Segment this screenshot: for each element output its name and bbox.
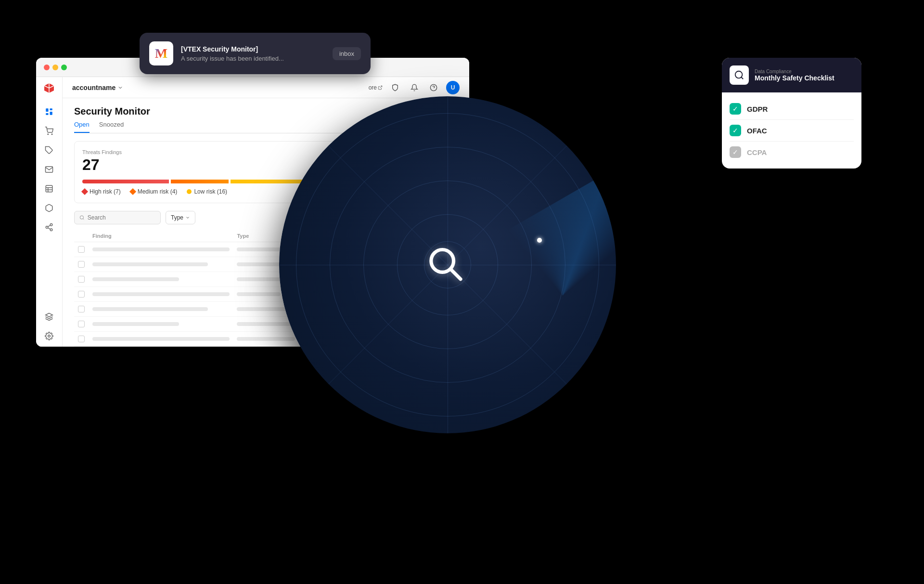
- svg-point-11: [50, 224, 52, 226]
- maximize-dot[interactable]: [61, 65, 67, 70]
- compliance-header: Data Compliance Monthly Safety Checklist: [722, 58, 861, 92]
- help-icon[interactable]: [427, 81, 440, 94]
- svg-rect-2: [46, 113, 48, 115]
- svg-line-14: [48, 228, 50, 229]
- high-risk-bar: [82, 180, 169, 183]
- compliance-item-gdpr: ✓ GDPR: [730, 98, 854, 120]
- search-box[interactable]: [74, 211, 161, 224]
- inbox-badge[interactable]: inbox: [333, 47, 361, 60]
- compliance-item-ofac: ✓ OFAC: [730, 120, 854, 142]
- high-risk-legend: High risk (7): [82, 188, 121, 195]
- row-checkbox[interactable]: [78, 261, 85, 268]
- svg-point-13: [50, 229, 52, 231]
- high-risk-dot: [81, 188, 88, 195]
- high-risk-label: High risk (7): [90, 188, 121, 195]
- sidebar-item-share[interactable]: [40, 219, 58, 236]
- close-dot[interactable]: [44, 65, 50, 70]
- minimize-dot[interactable]: [52, 65, 58, 70]
- svg-line-15: [48, 225, 50, 227]
- top-nav: accountname ore: [63, 77, 469, 98]
- skeleton-finding: [92, 322, 179, 326]
- medium-risk-legend: Medium risk (4): [130, 188, 178, 195]
- skeleton-finding: [92, 307, 208, 311]
- low-risk-dot: [187, 189, 192, 194]
- skeleton-type: [237, 337, 295, 341]
- gmail-icon: M: [149, 41, 173, 65]
- compliance-title-area: Data Compliance Monthly Safety Checklist: [755, 69, 854, 82]
- sidebar: [36, 77, 63, 347]
- row-checkbox[interactable]: [78, 336, 85, 342]
- gmail-logo: M: [155, 46, 167, 61]
- chevron-down-icon: [185, 215, 190, 220]
- vtex-logo: [42, 81, 56, 95]
- radar-blip: [537, 238, 542, 243]
- svg-line-26: [741, 77, 743, 79]
- window-controls: [44, 65, 67, 70]
- compliance-icon: [730, 65, 749, 85]
- svg-rect-0: [46, 108, 48, 112]
- column-finding: Finding: [92, 233, 237, 239]
- sidebar-item-campaigns[interactable]: [40, 161, 58, 178]
- email-title: [VTEX Security Monitor]: [181, 45, 325, 53]
- low-risk-legend: Low risk (16): [187, 188, 227, 195]
- skeleton-finding: [92, 262, 208, 266]
- svg-line-22: [83, 219, 84, 220]
- radar-search-icon: [426, 245, 469, 290]
- svg-rect-1: [50, 108, 52, 110]
- account-name[interactable]: accountname: [72, 84, 123, 91]
- row-checkbox[interactable]: [78, 321, 85, 327]
- svg-rect-7: [46, 185, 52, 192]
- svg-point-21: [80, 216, 83, 219]
- email-notification: M [VTEX Security Monitor] A security iss…: [140, 33, 371, 74]
- radar-container: [279, 96, 616, 433]
- compliance-subtitle: Data Compliance: [755, 69, 854, 74]
- sidebar-item-dashboard[interactable]: [40, 103, 58, 120]
- bell-icon[interactable]: [408, 81, 421, 94]
- sidebar-item-settings[interactable]: [40, 327, 58, 345]
- user-avatar[interactable]: U: [446, 81, 460, 94]
- ofac-checkbox[interactable]: ✓: [730, 125, 741, 136]
- compliance-item-ccpa: ✓ CCPA: [730, 142, 854, 163]
- sidebar-item-box[interactable]: [40, 199, 58, 217]
- tab-snoozed[interactable]: Snoozed: [99, 121, 124, 133]
- email-body: A security issue has been identified...: [181, 55, 325, 62]
- skeleton-finding: [92, 247, 230, 251]
- medium-risk-bar: [171, 180, 229, 183]
- row-checkbox[interactable]: [78, 276, 85, 283]
- sidebar-item-tags[interactable]: [40, 142, 58, 159]
- gdpr-checkbox[interactable]: ✓: [730, 103, 741, 115]
- svg-point-17: [48, 335, 51, 337]
- compliance-list: ✓ GDPR ✓ OFAC ✓ CCPA: [722, 92, 861, 169]
- svg-point-5: [51, 134, 52, 135]
- email-content: [VTEX Security Monitor] A security issue…: [181, 45, 325, 62]
- search-input[interactable]: [88, 214, 155, 221]
- shield-icon[interactable]: [388, 81, 402, 94]
- row-checkbox[interactable]: [78, 246, 85, 253]
- skeleton-finding: [92, 337, 230, 341]
- compliance-title: Monthly Safety Checklist: [755, 74, 854, 82]
- search-icon: [79, 215, 85, 221]
- skeleton-finding: [92, 277, 179, 281]
- svg-rect-3: [50, 112, 52, 115]
- svg-marker-16: [46, 313, 53, 317]
- ofac-label: OFAC: [747, 127, 767, 135]
- skeleton-finding: [92, 292, 230, 296]
- ccpa-checkbox[interactable]: ✓: [730, 146, 741, 158]
- row-checkbox[interactable]: [78, 306, 85, 312]
- row-checkbox[interactable]: [78, 291, 85, 298]
- skeleton-type: [237, 322, 295, 326]
- type-filter-button[interactable]: Type: [166, 211, 195, 224]
- explore-link[interactable]: ore: [369, 84, 383, 91]
- low-risk-label: Low risk (16): [194, 188, 227, 195]
- ccpa-label: CCPA: [747, 148, 767, 156]
- svg-point-12: [46, 226, 48, 229]
- compliance-panel: Data Compliance Monthly Safety Checklist…: [722, 58, 861, 169]
- sidebar-item-layers[interactable]: [40, 308, 58, 325]
- skeleton-type: [237, 292, 280, 296]
- svg-line-18: [380, 86, 382, 88]
- tab-open[interactable]: Open: [74, 121, 90, 133]
- medium-risk-dot: [129, 188, 136, 195]
- sidebar-item-cart[interactable]: [40, 122, 58, 140]
- sidebar-item-table[interactable]: [40, 180, 58, 197]
- svg-point-4: [48, 134, 49, 135]
